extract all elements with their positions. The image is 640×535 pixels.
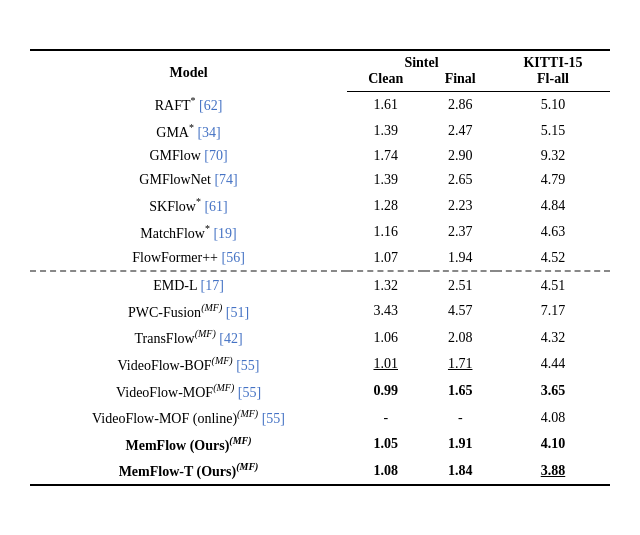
fl-all-cell: 4.79: [496, 168, 610, 192]
clean-cell: 1.06: [347, 324, 424, 351]
fl-all-cell: 4.63: [496, 219, 610, 246]
model-cell: RAFT* [62]: [30, 91, 347, 118]
model-cell: VideoFlow-MOF(MF) [55]: [30, 378, 347, 405]
fl-all-cell: 4.84: [496, 192, 610, 219]
final-cell: 1.84: [424, 458, 496, 486]
table-row: GMA* [34]1.392.475.15: [30, 118, 610, 145]
clean-cell: 1.39: [347, 168, 424, 192]
ref-link: [61]: [204, 199, 227, 214]
clean-cell: 1.74: [347, 144, 424, 168]
fl-all-cell: 4.10: [496, 431, 610, 458]
final-header: Final: [424, 71, 496, 92]
ref-link: [17]: [201, 278, 224, 293]
table-row: GMFlow [70]1.742.909.32: [30, 144, 610, 168]
model-cell: MemFlow-T (Ours)(MF): [30, 458, 347, 486]
ref-link: [55]: [236, 358, 259, 373]
model-cell: MemFlow (Ours)(MF): [30, 431, 347, 458]
final-cell: 2.65: [424, 168, 496, 192]
table-row: TransFlow(MF) [42]1.062.084.32: [30, 324, 610, 351]
fl-all-cell: 4.52: [496, 246, 610, 271]
model-cell: FlowFormer++ [56]: [30, 246, 347, 271]
clean-cell: 1.16: [347, 219, 424, 246]
fl-all-cell: 3.88: [496, 458, 610, 486]
final-cell: 2.37: [424, 219, 496, 246]
sintel-header: Sintel: [347, 50, 496, 71]
fl-all-cell: 5.10: [496, 91, 610, 118]
final-cell: 2.86: [424, 91, 496, 118]
table-row: GMFlowNet [74]1.392.654.79: [30, 168, 610, 192]
model-cell: GMA* [34]: [30, 118, 347, 145]
table-row: VideoFlow-BOF(MF) [55]1.011.714.44: [30, 351, 610, 378]
ref-link: [42]: [219, 331, 242, 346]
table-row: FlowFormer++ [56]1.071.944.52: [30, 246, 610, 271]
final-cell: 2.51: [424, 271, 496, 298]
ref-link: [51]: [226, 304, 249, 319]
clean-cell: 1.07: [347, 246, 424, 271]
model-cell: VideoFlow-BOF(MF) [55]: [30, 351, 347, 378]
table-row: RAFT* [62]1.612.865.10: [30, 91, 610, 118]
model-cell: MatchFlow* [19]: [30, 219, 347, 246]
clean-cell: 1.05: [347, 431, 424, 458]
ref-link: [70]: [204, 148, 227, 163]
final-cell: 2.90: [424, 144, 496, 168]
clean-cell: 1.61: [347, 91, 424, 118]
final-cell: 2.08: [424, 324, 496, 351]
model-cell: EMD-L [17]: [30, 271, 347, 298]
final-cell: 1.94: [424, 246, 496, 271]
fl-all-cell: 4.44: [496, 351, 610, 378]
final-cell: 1.91: [424, 431, 496, 458]
fl-all-cell: 4.51: [496, 271, 610, 298]
model-cell: GMFlowNet [74]: [30, 168, 347, 192]
model-cell: TransFlow(MF) [42]: [30, 324, 347, 351]
model-cell: SKFlow* [61]: [30, 192, 347, 219]
final-cell: 1.71: [424, 351, 496, 378]
table-row: MemFlow-T (Ours)(MF)1.081.843.88: [30, 458, 610, 486]
table-container: Model Sintel KITTI-15 Clean Final Fl-all…: [30, 49, 610, 487]
table-row: PWC-Fusion(MF) [51]3.434.577.17: [30, 298, 610, 325]
ref-link: [55]: [262, 411, 285, 426]
ref-link: [62]: [199, 98, 222, 113]
fl-all-cell: 4.08: [496, 404, 610, 431]
table-row: EMD-L [17]1.322.514.51: [30, 271, 610, 298]
clean-cell: 1.39: [347, 118, 424, 145]
final-cell: 2.23: [424, 192, 496, 219]
model-header: Model: [30, 50, 347, 92]
fl-all-cell: 3.65: [496, 378, 610, 405]
kitti-header: KITTI-15: [496, 50, 610, 71]
clean-cell: 1.32: [347, 271, 424, 298]
model-cell: GMFlow [70]: [30, 144, 347, 168]
table-row: VideoFlow-MOF (online)(MF) [55]--4.08: [30, 404, 610, 431]
final-cell: 2.47: [424, 118, 496, 145]
final-cell: 1.65: [424, 378, 496, 405]
header-row-top: Model Sintel KITTI-15: [30, 50, 610, 71]
ref-link: [56]: [222, 250, 245, 265]
clean-cell: -: [347, 404, 424, 431]
table-row: MatchFlow* [19]1.162.374.63: [30, 219, 610, 246]
fl-all-cell: 9.32: [496, 144, 610, 168]
final-cell: 4.57: [424, 298, 496, 325]
ref-link: [74]: [214, 172, 237, 187]
clean-cell: 1.28: [347, 192, 424, 219]
fl-all-cell: 4.32: [496, 324, 610, 351]
fl-all-cell: 7.17: [496, 298, 610, 325]
fl-all-header: Fl-all: [496, 71, 610, 92]
model-cell: VideoFlow-MOF (online)(MF) [55]: [30, 404, 347, 431]
clean-cell: 0.99: [347, 378, 424, 405]
table-row: SKFlow* [61]1.282.234.84: [30, 192, 610, 219]
clean-cell: 1.08: [347, 458, 424, 486]
ref-link: [34]: [197, 124, 220, 139]
clean-cell: 1.01: [347, 351, 424, 378]
results-table: Model Sintel KITTI-15 Clean Final Fl-all…: [30, 49, 610, 487]
table-row: MemFlow (Ours)(MF)1.051.914.10: [30, 431, 610, 458]
final-cell: -: [424, 404, 496, 431]
table-row: VideoFlow-MOF(MF) [55]0.991.653.65: [30, 378, 610, 405]
clean-header: Clean: [347, 71, 424, 92]
clean-cell: 3.43: [347, 298, 424, 325]
fl-all-cell: 5.15: [496, 118, 610, 145]
ref-link: [19]: [213, 226, 236, 241]
ref-link: [55]: [238, 384, 261, 399]
table-body: RAFT* [62]1.612.865.10GMA* [34]1.392.475…: [30, 91, 610, 485]
model-cell: PWC-Fusion(MF) [51]: [30, 298, 347, 325]
